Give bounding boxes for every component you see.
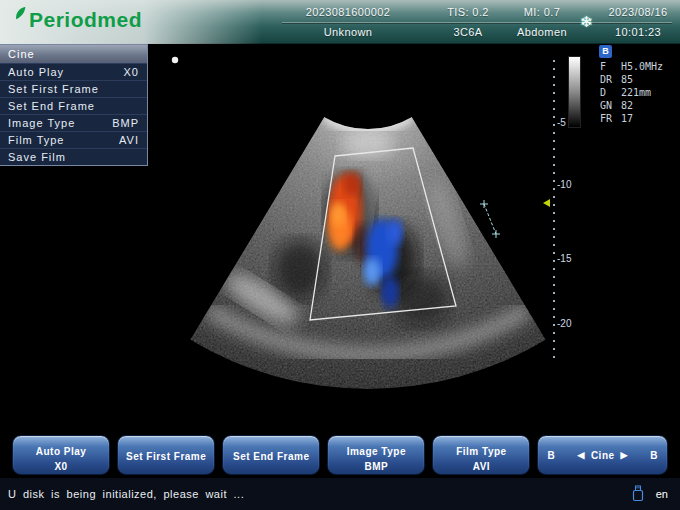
tis-value: TIS: 0.2 — [430, 6, 506, 18]
menu-item-label: Save Film — [8, 151, 66, 163]
patient-name: Unknown — [283, 26, 413, 38]
brand-name: Periodmed — [29, 8, 142, 32]
param-key: F — [600, 60, 621, 73]
button-value: AVI — [433, 461, 529, 472]
brand-logo: Periodmed — [14, 8, 142, 32]
menu-item-value: AVI — [119, 134, 139, 146]
prev-frame-arrow-icon[interactable]: ◀ — [577, 450, 584, 460]
status-message: U disk is being initialized, please wait… — [8, 488, 632, 500]
menu-item-label: Set First Frame — [8, 83, 99, 95]
button-value: BMP — [328, 461, 424, 472]
button-label: Set First Frame — [118, 451, 214, 462]
param-key: D — [600, 86, 621, 99]
exam-id: 2023081600002 — [283, 6, 413, 18]
param-value: 82 — [621, 100, 633, 111]
measure-caliper[interactable] — [480, 200, 500, 238]
menu-item-set-first-frame[interactable]: Set First Frame — [0, 80, 147, 97]
freeze-icon: ❄ — [580, 13, 593, 31]
status-indicators: en — [632, 485, 668, 504]
depth-ruler — [553, 60, 555, 360]
depth-label: -20 — [557, 318, 581, 329]
film-type-button[interactable]: Film Type AVI — [432, 435, 530, 475]
auto-play-button[interactable]: Auto Play X0 — [12, 435, 110, 475]
header-divider — [282, 22, 672, 23]
cine-nav-button[interactable]: B ◀ Cine ▶ B — [537, 435, 668, 475]
time-display: 10:01:23 — [601, 26, 675, 38]
param-value: 17 — [621, 113, 633, 124]
param-key: GN — [600, 99, 621, 112]
menu-item-film-type[interactable]: Film Type AVI — [0, 131, 147, 148]
depth-label: -10 — [557, 179, 581, 190]
menu-item-label: Film Type — [8, 134, 64, 146]
status-bar: U disk is being initialized, please wait… — [0, 478, 680, 510]
menu-item-auto-play[interactable]: Auto Play X0 — [0, 63, 147, 80]
probe-orientation-mark — [172, 57, 178, 63]
bottom-button-bar: Auto Play X0 Set First Frame Set End Fra… — [0, 432, 680, 478]
next-frame-arrow-icon[interactable]: ▶ — [621, 450, 628, 460]
button-label: Auto Play — [13, 446, 109, 457]
button-label: Image Type — [328, 446, 424, 457]
button-value: X0 — [13, 461, 109, 472]
param-value: 221mm — [621, 87, 651, 98]
mi-value: MI: 0.7 — [507, 6, 577, 18]
menu-item-image-type[interactable]: Image Type BMP — [0, 114, 147, 131]
cine-nav-center: ◀ Cine ▶ — [577, 450, 628, 461]
param-gain: GN82 — [600, 99, 663, 112]
date-display: 2023/08/16 — [601, 6, 675, 18]
param-value: H5.0MHz — [621, 61, 663, 72]
imaging-parameters: FH5.0MHz DR85 D221mm GN82 FR17 — [600, 60, 663, 125]
cine-label: Cine — [591, 450, 615, 461]
usb-icon[interactable] — [632, 485, 644, 504]
param-key: FR — [600, 112, 621, 125]
set-first-frame-button[interactable]: Set First Frame — [117, 435, 215, 475]
menu-item-save-film[interactable]: Save Film — [0, 148, 147, 165]
image-type-button[interactable]: Image Type BMP — [327, 435, 425, 475]
button-label: Film Type — [433, 446, 529, 457]
param-key: DR — [600, 73, 621, 86]
param-frame-rate: FR17 — [600, 112, 663, 125]
menu-item-label: Set End Frame — [8, 100, 95, 112]
depth-label: -15 — [557, 253, 581, 264]
cine-left-mode[interactable]: B — [547, 450, 555, 461]
set-end-frame-button[interactable]: Set End Frame — [222, 435, 320, 475]
menu-item-label: Auto Play — [8, 66, 64, 78]
language-indicator[interactable]: en — [656, 488, 668, 500]
param-value: 85 — [621, 74, 633, 85]
preset-name: Abdomen — [507, 26, 577, 38]
cine-context-menu: Cine Auto Play X0 Set First Frame Set En… — [0, 44, 148, 166]
mode-badge: B — [599, 45, 612, 58]
param-frequency: FH5.0MHz — [600, 60, 663, 73]
menu-item-value: X0 — [124, 66, 139, 78]
probe-name: 3C6A — [430, 26, 506, 38]
context-menu-title: Cine — [0, 45, 147, 63]
menu-item-label: Image Type — [8, 117, 75, 129]
menu-item-value: BMP — [112, 117, 139, 129]
param-depth: D221mm — [600, 86, 663, 99]
menu-item-set-end-frame[interactable]: Set End Frame — [0, 97, 147, 114]
cine-right-mode[interactable]: B — [650, 450, 658, 461]
param-dynamic-range: DR85 — [600, 73, 663, 86]
top-info-bar: Periodmed 2023081600002 Unknown TIS: 0.2… — [0, 0, 680, 44]
depth-label: -5 — [557, 117, 581, 128]
button-label: Set End Frame — [223, 451, 319, 462]
focus-position-marker[interactable] — [543, 199, 550, 207]
